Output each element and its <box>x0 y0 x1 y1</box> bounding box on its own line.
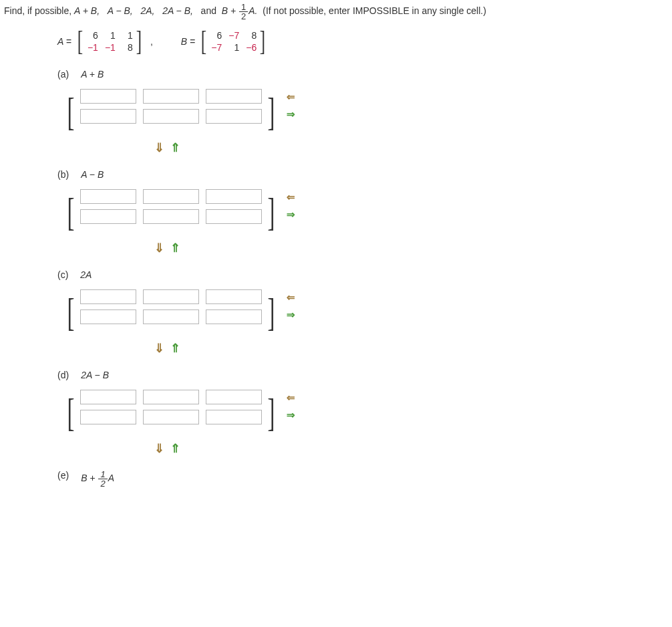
bracket-right: ] <box>267 86 275 137</box>
remove-row-icon[interactable]: ⇐ <box>285 291 298 304</box>
answer-cell-input[interactable] <box>143 289 199 304</box>
part-label: (b) <box>57 169 69 180</box>
answer-cell-input[interactable] <box>206 89 262 104</box>
answer-cell-input[interactable] <box>143 209 199 224</box>
answer-matrix: []⇐⇒ <box>64 387 668 438</box>
part-e: (e)B + 12A <box>57 470 668 488</box>
matrix-b-cell: −7 <box>227 30 239 41</box>
bracket-right: ] <box>267 387 275 438</box>
matrix-b-cell: 8 <box>244 30 257 41</box>
remove-col-icon[interactable]: ⇓ <box>152 141 166 154</box>
add-col-icon[interactable]: ⇑ <box>168 342 182 355</box>
remove-col-icon[interactable]: ⇓ <box>152 342 166 355</box>
answer-cell-input[interactable] <box>80 189 136 204</box>
matrix-a: [ 611−1−18 ] <box>75 29 144 54</box>
matrix-a-cell: 1 <box>104 30 116 41</box>
answer-cell-input[interactable] <box>206 390 262 404</box>
answer-matrix: []⇐⇒ <box>64 186 668 237</box>
matrix-a-cell: 1 <box>121 30 133 41</box>
question-prompt: Find, if possible, A + B, A − B, 2A, 2A … <box>4 3 668 21</box>
part-b: (b)A − B[]⇐⇒⇓⇑ <box>57 169 668 255</box>
answer-cell-input[interactable] <box>80 289 136 304</box>
answer-cell-input[interactable] <box>143 109 199 124</box>
answer-cell-input[interactable] <box>206 289 262 304</box>
remove-row-icon[interactable]: ⇐ <box>285 90 298 104</box>
add-col-icon[interactable]: ⇑ <box>168 241 182 255</box>
part-label: (c) <box>57 269 68 280</box>
bracket-right: ] <box>267 186 275 237</box>
part-label: (a) <box>57 69 69 80</box>
answer-cell-input[interactable] <box>80 390 136 404</box>
matrix-a-label: A = <box>57 36 71 47</box>
bracket-left: [ <box>67 287 74 338</box>
bracket-left: [ <box>67 387 74 438</box>
bracket-right: ] <box>267 287 275 338</box>
add-row-icon[interactable]: ⇒ <box>285 208 298 221</box>
answer-cell-input[interactable] <box>206 189 262 204</box>
matrix-b-label: B = <box>181 36 195 47</box>
part-a: (a)A + B[]⇐⇒⇓⇑ <box>57 69 668 154</box>
bracket-left: [ <box>67 86 74 137</box>
answer-cell-input[interactable] <box>80 410 136 424</box>
matrix-a-cell: 8 <box>121 42 133 53</box>
answer-cells <box>79 186 263 227</box>
part-expression: 2A <box>80 269 92 280</box>
matrix-b: [ 6−78−71−6 ] <box>199 29 267 54</box>
answer-cell-input[interactable] <box>206 209 262 224</box>
answer-cell-input[interactable] <box>143 309 199 324</box>
remove-col-icon[interactable]: ⇓ <box>152 442 166 455</box>
answer-cell-input[interactable] <box>206 309 262 324</box>
answer-cells <box>79 387 263 427</box>
part-expression: B + 12A <box>81 470 114 488</box>
add-col-icon[interactable]: ⇑ <box>168 141 182 154</box>
part-expression: 2A − B <box>81 370 109 380</box>
matrix-a-cell: −1 <box>86 42 98 53</box>
answer-matrix: []⇐⇒ <box>64 287 668 338</box>
answer-cell-input[interactable] <box>206 410 262 424</box>
part-label: (d) <box>57 370 69 380</box>
part-d: (d)2A − B[]⇐⇒⇓⇑ <box>57 370 668 455</box>
answer-cell-input[interactable] <box>143 189 199 204</box>
part-expression: A − B <box>81 169 104 180</box>
part-expression: A + B <box>81 69 104 80</box>
matrix-definitions: A = [ 611−1−18 ] , B = [ 6−78−71−6 ] <box>57 29 668 54</box>
add-col-icon[interactable]: ⇑ <box>168 442 182 455</box>
answer-cell-input[interactable] <box>143 390 199 404</box>
remove-row-icon[interactable]: ⇐ <box>285 391 298 404</box>
answer-cells <box>79 86 263 126</box>
matrix-a-cell: −1 <box>104 42 116 53</box>
answer-cell-input[interactable] <box>80 209 136 224</box>
remove-col-icon[interactable]: ⇓ <box>152 241 166 255</box>
add-row-icon[interactable]: ⇒ <box>285 108 298 121</box>
part-c: (c)2A[]⇐⇒⇓⇑ <box>57 269 668 355</box>
remove-row-icon[interactable]: ⇐ <box>285 191 298 204</box>
matrix-b-cell: −6 <box>244 42 257 53</box>
answer-cells <box>79 287 263 327</box>
answer-cell-input[interactable] <box>206 109 262 124</box>
answer-cell-input[interactable] <box>80 89 136 104</box>
part-label: (e) <box>57 470 69 488</box>
matrix-b-cell: 6 <box>210 30 222 41</box>
matrix-b-cell: 1 <box>227 42 239 53</box>
answer-cell-input[interactable] <box>143 410 199 424</box>
matrix-a-cell: 6 <box>86 30 98 41</box>
bracket-left: [ <box>67 186 74 237</box>
answer-cell-input[interactable] <box>143 89 199 104</box>
add-row-icon[interactable]: ⇒ <box>285 308 298 322</box>
add-row-icon[interactable]: ⇒ <box>285 408 298 422</box>
matrix-b-cell: −7 <box>210 42 222 53</box>
answer-cell-input[interactable] <box>80 309 136 324</box>
answer-matrix: []⇐⇒ <box>64 86 668 137</box>
answer-cell-input[interactable] <box>80 109 136 124</box>
